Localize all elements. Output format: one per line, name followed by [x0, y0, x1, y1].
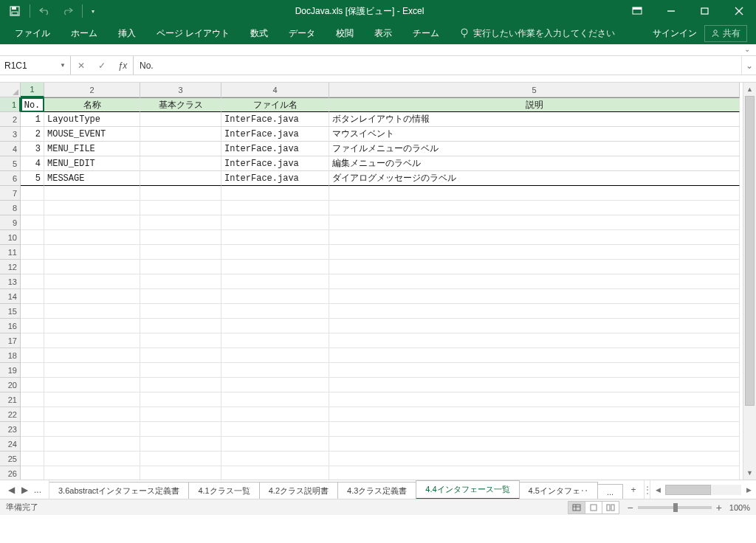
- cell[interactable]: [140, 319, 221, 333]
- hscroll-track[interactable]: [665, 485, 741, 495]
- cell[interactable]: [140, 363, 221, 378]
- zoom-thumb[interactable]: [673, 503, 678, 512]
- tab-view[interactable]: 表示: [364, 22, 402, 44]
- grid[interactable]: 12345 1No.名称基本クラスファイル名説明21LayoutTypeInte…: [0, 83, 743, 480]
- cell[interactable]: [140, 112, 221, 127]
- cell[interactable]: [140, 289, 221, 304]
- tab-team[interactable]: チーム: [402, 22, 450, 44]
- cell[interactable]: [221, 245, 329, 260]
- cell[interactable]: [140, 245, 221, 260]
- cell[interactable]: [21, 378, 44, 392]
- cell[interactable]: InterFace.java: [221, 156, 329, 171]
- fx-button[interactable]: ƒx: [112, 60, 133, 71]
- cell[interactable]: [44, 215, 140, 230]
- cell[interactable]: [221, 260, 329, 274]
- row-header[interactable]: 23: [0, 422, 21, 437]
- cell[interactable]: [21, 407, 44, 422]
- cell[interactable]: [221, 186, 329, 201]
- sheet-tab[interactable]: 4.2クラス説明書: [259, 482, 338, 499]
- row-header[interactable]: 17: [0, 333, 21, 348]
- cell[interactable]: [140, 171, 221, 186]
- sheet-tab[interactable]: 4.1クラス一覧: [188, 482, 259, 499]
- cell[interactable]: [221, 274, 329, 289]
- sheet-nav-prev-icon[interactable]: ◀: [6, 485, 16, 495]
- scroll-thumb[interactable]: [745, 96, 755, 406]
- cell[interactable]: [140, 378, 221, 392]
- view-pagelayout-button[interactable]: [585, 501, 602, 514]
- cell[interactable]: [329, 215, 740, 230]
- cell[interactable]: [140, 201, 221, 215]
- tab-formulas[interactable]: 数式: [240, 22, 278, 44]
- cell[interactable]: [221, 289, 329, 304]
- cell[interactable]: [44, 304, 140, 319]
- row-header[interactable]: 13: [0, 274, 21, 289]
- row-header[interactable]: 21: [0, 392, 21, 407]
- sheet-tab[interactable]: 3.6abstractインタフェース定義書: [49, 482, 189, 499]
- cell[interactable]: [329, 201, 740, 215]
- cell[interactable]: [221, 333, 329, 348]
- cell[interactable]: [140, 392, 221, 407]
- cell[interactable]: [221, 201, 329, 215]
- cell[interactable]: [21, 215, 44, 230]
- cell[interactable]: [21, 289, 44, 304]
- tab-pagelayout[interactable]: ページ レイアウト: [146, 22, 240, 44]
- cell[interactable]: [329, 392, 740, 407]
- cell[interactable]: [140, 156, 221, 171]
- cell[interactable]: [44, 201, 140, 215]
- formula-expand-button[interactable]: ⌄: [741, 56, 756, 75]
- cell[interactable]: 名称: [44, 97, 140, 112]
- cell[interactable]: [221, 422, 329, 437]
- cell[interactable]: [21, 392, 44, 407]
- cell[interactable]: [221, 230, 329, 245]
- cell[interactable]: [221, 392, 329, 407]
- cell[interactable]: [140, 186, 221, 201]
- cell[interactable]: [221, 466, 329, 480]
- signin-link[interactable]: サインイン: [653, 27, 697, 40]
- cell[interactable]: No.: [21, 97, 44, 112]
- row-header[interactable]: 5: [0, 156, 21, 171]
- cell[interactable]: 3: [21, 142, 44, 156]
- cell[interactable]: [44, 422, 140, 437]
- cell[interactable]: [21, 186, 44, 201]
- cell[interactable]: ファイル名: [221, 97, 329, 112]
- cell[interactable]: 5: [21, 171, 44, 186]
- cell[interactable]: [329, 260, 740, 274]
- new-sheet-button[interactable]: +: [623, 480, 644, 499]
- cell[interactable]: [140, 437, 221, 452]
- cell[interactable]: [21, 333, 44, 348]
- row-header[interactable]: 11: [0, 245, 21, 260]
- cell[interactable]: [329, 289, 740, 304]
- cell[interactable]: [44, 289, 140, 304]
- cell[interactable]: [221, 215, 329, 230]
- cell[interactable]: [21, 245, 44, 260]
- row-header[interactable]: 22: [0, 407, 21, 422]
- cell[interactable]: LayoutType: [44, 112, 140, 127]
- tab-insert[interactable]: 挿入: [108, 22, 146, 44]
- redo-button[interactable]: [57, 1, 78, 21]
- ribbon-options-button[interactable]: [620, 0, 654, 22]
- cell[interactable]: [329, 333, 740, 348]
- zoom-in-button[interactable]: +: [716, 502, 722, 513]
- cell[interactable]: [44, 392, 140, 407]
- cell[interactable]: [329, 245, 740, 260]
- maximize-button[interactable]: [688, 0, 722, 22]
- cell[interactable]: [44, 437, 140, 452]
- vertical-scrollbar[interactable]: ▲ ▼: [743, 83, 756, 480]
- sheet-tab[interactable]: 4.3クラス定義書: [337, 482, 416, 499]
- row-header[interactable]: 1: [0, 97, 21, 112]
- cell[interactable]: [140, 142, 221, 156]
- select-all-button[interactable]: [0, 83, 21, 97]
- cell[interactable]: [329, 274, 740, 289]
- cell[interactable]: [140, 127, 221, 142]
- cell[interactable]: MENU_FILE: [44, 142, 140, 156]
- tab-data[interactable]: データ: [278, 22, 326, 44]
- sheet-tab[interactable]: 4.4インタフェース一覧: [416, 480, 519, 499]
- row-header[interactable]: 26: [0, 466, 21, 480]
- cell[interactable]: 基本クラス: [140, 97, 221, 112]
- hscroll-right-icon[interactable]: ▶: [743, 486, 755, 494]
- cell[interactable]: [221, 378, 329, 392]
- tell-me-search[interactable]: 実行したい作業を入力してください: [453, 22, 622, 44]
- cell[interactable]: [140, 260, 221, 274]
- view-pagebreak-button[interactable]: [602, 501, 619, 514]
- cell[interactable]: [21, 230, 44, 245]
